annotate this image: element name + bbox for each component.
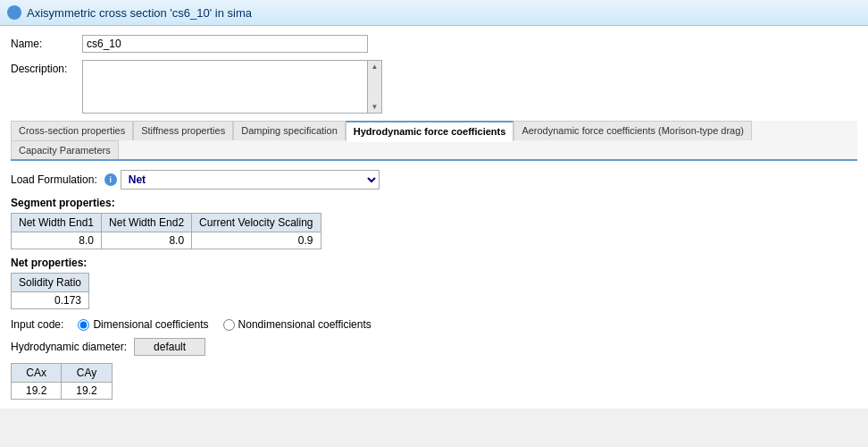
radio-nondimensional-label: Nondimensional coefficients <box>238 318 371 331</box>
input-code-label: Input code: <box>11 318 63 331</box>
val-solidity-ratio[interactable]: 0.173 <box>12 292 89 309</box>
radio-dimensional-input[interactable] <box>78 319 89 331</box>
col-cax: CAx <box>12 364 62 383</box>
coefficients-table: CAx CAy 19.2 19.2 <box>11 363 113 400</box>
default-button[interactable]: default <box>134 338 205 356</box>
net-properties-section: Net properties: Solidity Ratio 0.173 <box>11 257 857 309</box>
radio-dimensional[interactable]: Dimensional coefficients <box>78 318 208 331</box>
radio-nondimensional[interactable]: Nondimensional coefficients <box>223 318 371 331</box>
name-input[interactable] <box>82 35 368 53</box>
net-properties-table: Solidity Ratio 0.173 <box>11 273 89 309</box>
table-row: 0.173 <box>12 292 89 309</box>
hydro-diameter-row: Hydrodynamic diameter: default <box>11 338 857 356</box>
tabs-bar: Cross-section properties Stiffness prope… <box>11 121 857 161</box>
name-row: Name: <box>11 35 857 53</box>
tab-cross-section[interactable]: Cross-section properties <box>11 121 133 140</box>
col-net-width-end1: Net Width End1 <box>12 214 102 232</box>
val-net-width-end1[interactable]: 8.0 <box>12 232 102 249</box>
title-bar: Axisymmetric cross section 'cs6_10' in s… <box>0 0 868 26</box>
table-row: 19.2 19.2 <box>12 383 113 400</box>
col-solidity-ratio: Solidity Ratio <box>12 274 89 292</box>
hydro-diameter-label: Hydrodynamic diameter: <box>11 341 127 353</box>
col-net-width-end2: Net Width End2 <box>102 214 192 232</box>
description-row: Description: <box>11 60 857 114</box>
net-properties-title: Net properties: <box>11 257 857 269</box>
col-cay: CAy <box>62 364 112 383</box>
scrollbar <box>368 60 382 114</box>
segment-properties-table: Net Width End1 Net Width End2 Current Ve… <box>11 213 321 249</box>
description-label: Description: <box>11 60 82 75</box>
input-code-row: Input code: Dimensional coefficients Non… <box>11 318 857 331</box>
load-formulation-select[interactable]: Net Gross <box>121 170 380 190</box>
val-net-width-end2[interactable]: 8.0 <box>102 232 192 249</box>
load-formulation-row: Load Formulation: i Net Gross <box>11 170 857 190</box>
window-icon <box>7 5 21 20</box>
segment-properties-section: Segment properties: Net Width End1 Net W… <box>11 197 857 249</box>
name-label: Name: <box>11 35 82 50</box>
description-textarea[interactable] <box>82 60 368 114</box>
tab-capacity[interactable]: Capacity Parameters <box>11 140 119 159</box>
val-cax[interactable]: 19.2 <box>12 383 62 400</box>
tab-hydro-force[interactable]: Hydrodynamic force coefficients <box>346 121 514 142</box>
load-formulation-label: Load Formulation: <box>11 173 97 186</box>
val-cay[interactable]: 19.2 <box>62 383 112 400</box>
radio-nondimensional-input[interactable] <box>223 319 235 331</box>
window-title: Axisymmetric cross section 'cs6_10' in s… <box>27 6 252 20</box>
segment-properties-title: Segment properties: <box>11 197 857 209</box>
val-current-velocity[interactable]: 0.9 <box>192 232 321 249</box>
tab-aero-force[interactable]: Aerodynamic force coefficients (Morison-… <box>513 121 752 140</box>
tab-damping[interactable]: Damping specification <box>233 121 346 140</box>
tab-stiffness[interactable]: Stiffness properties <box>133 121 233 140</box>
info-icon: i <box>104 173 117 186</box>
main-content: Name: Description: Cross-section propert… <box>0 26 868 409</box>
col-current-velocity: Current Velocity Scaling <box>192 214 321 232</box>
table-row: 8.0 8.0 0.9 <box>12 232 321 249</box>
radio-dimensional-label: Dimensional coefficients <box>93 318 208 331</box>
